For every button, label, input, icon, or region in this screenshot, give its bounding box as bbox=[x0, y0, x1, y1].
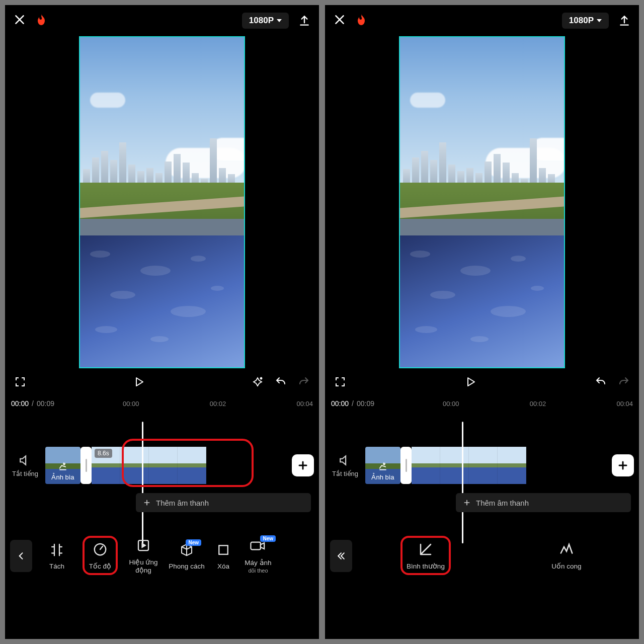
tool-camera-track[interactable]: New Máy ảnh dõi theo bbox=[238, 538, 278, 574]
video-preview[interactable] bbox=[399, 36, 565, 368]
resolution-selector[interactable]: 1080P bbox=[562, 13, 609, 29]
flame-icon[interactable] bbox=[35, 14, 47, 28]
tick: 00:02 bbox=[530, 400, 546, 408]
add-clip-button[interactable] bbox=[292, 454, 314, 476]
add-audio-button[interactable]: Thêm âm thanh bbox=[456, 493, 631, 512]
add-audio-button[interactable]: Thêm âm thanh bbox=[136, 493, 311, 512]
tool-animation[interactable]: Hiệu ứng động bbox=[122, 538, 165, 574]
back-button[interactable] bbox=[10, 540, 32, 572]
resolution-label: 1080P bbox=[569, 16, 594, 26]
clip-duration: 8.6s bbox=[95, 449, 112, 458]
close-icon[interactable] bbox=[13, 13, 26, 28]
undo-icon[interactable] bbox=[275, 376, 287, 390]
clip-track[interactable] bbox=[400, 447, 639, 484]
clip-handle-left[interactable] bbox=[80, 447, 92, 484]
redo-icon bbox=[298, 376, 310, 390]
video-clip[interactable] bbox=[412, 447, 526, 484]
play-icon[interactable] bbox=[464, 376, 476, 390]
tool-strip: Bình thường Uốn cong bbox=[325, 528, 639, 584]
cover-button[interactable]: Ảnh bìa bbox=[365, 447, 400, 484]
tick: 00:04 bbox=[616, 400, 633, 408]
video-clip[interactable]: 8.6s bbox=[92, 447, 206, 484]
tool-split[interactable]: Tách bbox=[35, 542, 78, 570]
time-sep: / bbox=[32, 399, 34, 408]
playhead[interactable] bbox=[142, 422, 143, 543]
undo-icon[interactable] bbox=[595, 376, 607, 390]
play-icon[interactable] bbox=[133, 376, 145, 390]
tool-style[interactable]: New Phong cách bbox=[165, 542, 208, 570]
svg-rect-4 bbox=[251, 542, 260, 550]
video-preview[interactable] bbox=[79, 36, 245, 368]
preview-area bbox=[325, 36, 639, 395]
clip-track[interactable]: 8.6s bbox=[80, 447, 319, 484]
svg-point-0 bbox=[261, 378, 262, 379]
timeline[interactable]: Tắt tiếng Ảnh bìa 8.6s bbox=[5, 412, 319, 528]
editor-screen-right: 1080P bbox=[325, 5, 639, 639]
flame-icon[interactable] bbox=[355, 14, 367, 28]
tool-speed[interactable]: Tốc độ bbox=[78, 542, 122, 570]
time-current: 00:00 bbox=[11, 399, 29, 408]
mute-button[interactable]: Tắt tiếng bbox=[5, 454, 45, 477]
tick: 00:02 bbox=[210, 400, 226, 408]
time-total: 00:09 bbox=[37, 399, 54, 408]
clip-handle-left[interactable] bbox=[400, 447, 412, 484]
editor-screen-left: 1080P bbox=[5, 5, 319, 639]
timeline[interactable]: Tắt tiếng Ảnh bìa bbox=[325, 412, 639, 528]
top-bar: 1080P bbox=[5, 5, 319, 36]
new-badge: New bbox=[260, 535, 276, 542]
tool-speed-normal[interactable]: Bình thường bbox=[380, 542, 471, 570]
enhance-icon[interactable] bbox=[252, 376, 264, 390]
redo-icon bbox=[618, 376, 630, 390]
tick: 00:00 bbox=[443, 400, 459, 408]
chevron-down-icon bbox=[277, 19, 282, 22]
export-icon[interactable] bbox=[298, 14, 311, 27]
top-bar: 1080P bbox=[325, 5, 639, 36]
close-icon[interactable] bbox=[333, 13, 346, 28]
resolution-label: 1080P bbox=[249, 16, 274, 26]
tick: 00:04 bbox=[296, 400, 313, 408]
add-clip-button[interactable] bbox=[612, 454, 634, 476]
preview-controls bbox=[325, 370, 639, 395]
mute-button[interactable]: Tắt tiếng bbox=[325, 454, 365, 477]
playhead[interactable] bbox=[462, 422, 463, 543]
time-total: 00:09 bbox=[357, 399, 374, 408]
cover-button[interactable]: Ảnh bìa bbox=[45, 447, 80, 484]
fullscreen-icon[interactable] bbox=[14, 376, 26, 390]
chevron-down-icon bbox=[597, 19, 602, 22]
tool-strip: Tách Tốc độ Hiệu ứng động New Phong cách… bbox=[5, 528, 319, 584]
tick: 00:00 bbox=[123, 400, 139, 408]
tool-delete[interactable]: Xóa bbox=[208, 542, 238, 570]
time-ruler: 00:00 / 00:09 00:00 00:02 00:04 bbox=[5, 395, 319, 412]
export-icon[interactable] bbox=[618, 14, 631, 27]
resolution-selector[interactable]: 1080P bbox=[242, 13, 289, 29]
preview-controls bbox=[5, 370, 319, 395]
time-ruler: 00:00 / 00:09 00:00 00:02 00:04 bbox=[325, 395, 639, 412]
preview-area bbox=[5, 36, 319, 395]
time-current: 00:00 bbox=[331, 399, 349, 408]
new-badge: New bbox=[186, 539, 201, 546]
fullscreen-icon[interactable] bbox=[334, 376, 346, 390]
back-button[interactable] bbox=[330, 540, 352, 572]
tool-speed-curve[interactable]: Uốn cong bbox=[521, 542, 612, 570]
svg-rect-3 bbox=[219, 545, 228, 554]
